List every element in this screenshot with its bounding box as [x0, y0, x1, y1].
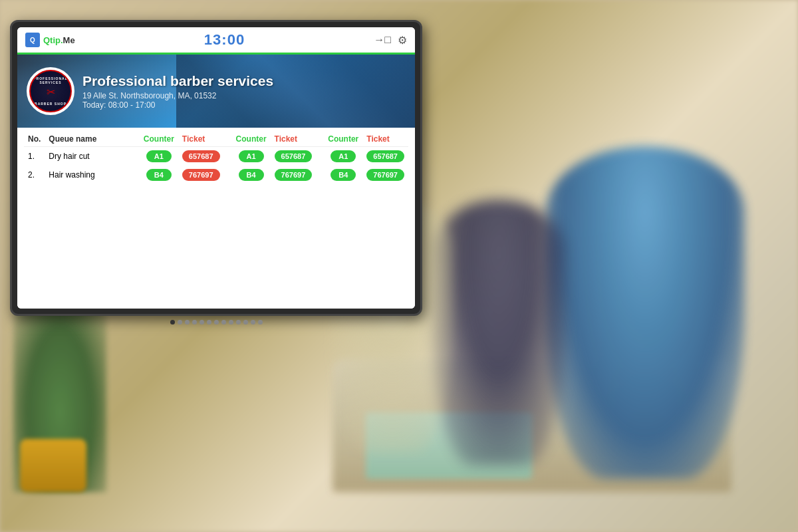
cell-counter3: B4: [324, 166, 362, 184]
dot-4: [192, 320, 197, 325]
th-counter3: Counter: [324, 132, 362, 147]
shop-address: 19 Alle St. Northsborough, MA, 01532: [82, 91, 273, 100]
header-icons: →□ ⚙: [374, 34, 407, 47]
monitor-dots: [10, 316, 422, 327]
app-header: Q Qtip.Me 13:00 →□ ⚙: [17, 27, 415, 55]
cell-ticket3: 767697: [362, 166, 408, 184]
table-row: 2. Hair washing B4 767697 B4 767697 B4 7…: [24, 166, 408, 184]
th-ticket3: Ticket: [362, 132, 408, 147]
cell-counter1: B4: [140, 166, 178, 184]
ticket-badge-1: 657687: [182, 150, 220, 162]
dot-8: [221, 320, 226, 325]
shop-hours: Today: 08:00 - 17:00: [82, 100, 273, 110]
barber-logo-inner: PROFESSIONAL SERVICES ✂ BARBER SHOP: [29, 70, 72, 112]
ticket-badge-1: 767697: [182, 169, 220, 181]
cell-counter3: A1: [324, 147, 362, 166]
counter-badge-1: A1: [146, 150, 172, 162]
th-no: No.: [24, 132, 45, 147]
th-sep1: [224, 132, 232, 147]
queue-table: No. Queue name Counter Ticket Counter Ti…: [24, 132, 408, 184]
counter-badge-2: A1: [239, 150, 264, 162]
th-queue-name: Queue name: [45, 132, 140, 147]
app-logo-text: Qtip.Me: [43, 35, 75, 45]
dot-5: [200, 320, 204, 325]
cell-no: 2.: [24, 166, 45, 184]
cell-no: 1.: [24, 147, 45, 166]
th-ticket1: Ticket: [178, 132, 224, 147]
dot-7: [214, 320, 219, 325]
logo-me: Me: [63, 35, 75, 45]
logo-area: Q Qtip.Me: [25, 33, 75, 47]
logo-text-bottom: BARBER SHOP: [31, 102, 70, 106]
dot-9: [229, 320, 233, 325]
ticket-badge-2: 767697: [275, 169, 313, 181]
dot-12: [251, 320, 255, 325]
th-sep2: [316, 132, 324, 147]
time-display: 13:00: [204, 31, 245, 49]
scissors-icon: ✂: [47, 86, 55, 98]
cell-counter2: A1: [232, 147, 271, 166]
counter-badge-2: B4: [239, 169, 264, 181]
shop-name: Professional barber services: [82, 73, 273, 89]
monitor-wrapper: Q Qtip.Me 13:00 →□ ⚙ PROFESSIONAL SERVI: [10, 20, 422, 326]
cell-name: Dry hair cut: [45, 147, 140, 166]
dot-1: [170, 320, 175, 325]
logout-icon[interactable]: →□: [374, 34, 391, 46]
ticket-badge-2: 657687: [275, 150, 313, 162]
banner-text-area: Professional barber services 19 Alle St.…: [82, 73, 273, 110]
cell-ticket3: 657687: [362, 147, 408, 166]
cell-ticket2: 767697: [271, 166, 317, 184]
dot-10: [236, 320, 241, 325]
cell-name: Hair washing: [45, 166, 140, 184]
counter-badge-3: B4: [331, 169, 356, 181]
cell-counter2: B4: [232, 166, 271, 184]
cell-counter1: A1: [140, 147, 178, 166]
table-row: 1. Dry hair cut A1 657687 A1 657687 A1 6…: [24, 147, 408, 166]
dot-2: [178, 320, 182, 325]
plant-pot: [20, 439, 86, 492]
dot-3: [185, 320, 190, 325]
counter-badge-1: B4: [146, 169, 172, 181]
th-counter1: Counter: [140, 132, 178, 147]
monitor-screen: Q Qtip.Me 13:00 →□ ⚙ PROFESSIONAL SERVI: [17, 27, 415, 309]
shop-logo: PROFESSIONAL SERVICES ✂ BARBER SHOP: [27, 67, 74, 115]
cell-ticket1: 767697: [178, 166, 224, 184]
dot-11: [243, 320, 248, 325]
logo-qtip: Qtip.: [43, 35, 63, 45]
person-2: [432, 200, 565, 466]
th-ticket2: Ticket: [271, 132, 317, 147]
cell-ticket1: 657687: [178, 147, 224, 166]
counter-badge-3: A1: [331, 150, 356, 162]
th-counter2: Counter: [232, 132, 271, 147]
settings-icon[interactable]: ⚙: [398, 34, 407, 47]
queue-table-area: No. Queue name Counter Ticket Counter Ti…: [17, 128, 415, 309]
ticket-badge-3: 657687: [366, 150, 404, 162]
monitor-body: Q Qtip.Me 13:00 →□ ⚙ PROFESSIONAL SERVI: [10, 20, 422, 316]
shop-banner: PROFESSIONAL SERVICES ✂ BARBER SHOP Prof…: [17, 55, 415, 128]
dot-6: [207, 320, 211, 325]
app-logo-icon: Q: [25, 33, 40, 47]
person-1: [545, 146, 745, 479]
dot-13: [258, 320, 263, 325]
cell-ticket2: 657687: [271, 147, 317, 166]
ticket-badge-3: 767697: [366, 169, 404, 181]
logo-text-top: PROFESSIONAL SERVICES: [31, 76, 70, 84]
